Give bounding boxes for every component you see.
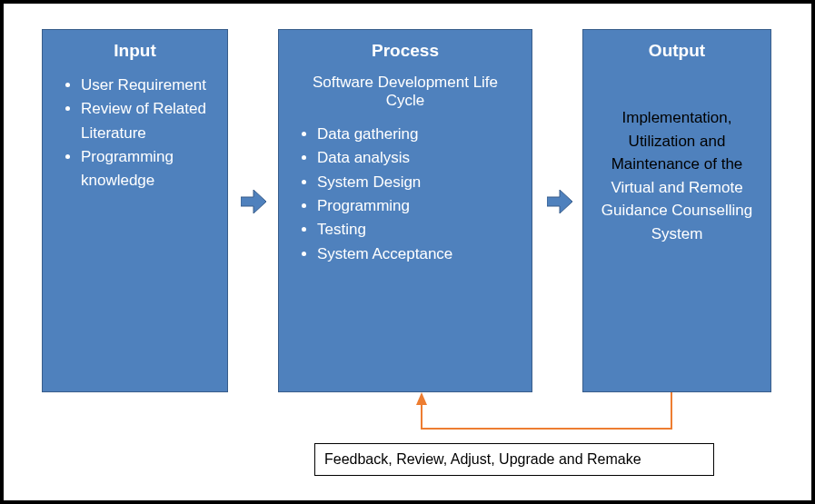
process-box: Process Software Development Life Cycle … [278,29,532,392]
feedback-connector [412,392,685,447]
arrow-right-icon [547,190,572,213]
list-item: Data analysis [317,146,519,170]
output-description: Implementation, Utilization and Maintena… [596,106,758,245]
input-box: Input User Requirement Review of Related… [42,29,228,392]
list-item: System Design [317,171,519,194]
output-box: Output Implementation, Utilization and M… [582,29,771,392]
process-title: Process [292,41,519,61]
output-text-part2: Virtual and Remote Guidance Counselling … [601,179,752,242]
list-item: Programming knowledge [81,145,214,193]
list-item: Programming [317,194,519,218]
feedback-label: Feedback, Review, Adjust, Upgrade and Re… [314,443,714,476]
input-title: Input [55,41,214,61]
output-title: Output [596,41,758,61]
output-text-part1: Implementation, Utilization and Maintena… [611,109,743,173]
list-item: Review of Related Literature [81,97,214,145]
input-list: User Requirement Review of Related Liter… [55,74,214,193]
process-subtitle: Software Development Life Cycle [292,74,519,110]
process-list: Data gathering Data analysis System Desi… [292,123,519,266]
list-item: Data gathering [317,123,519,146]
list-item: User Requirement [81,74,214,97]
arrow-right-icon [241,190,266,213]
list-item: System Acceptance [317,242,519,266]
list-item: Testing [317,218,519,242]
diagram-frame: Input User Requirement Review of Related… [0,0,815,504]
